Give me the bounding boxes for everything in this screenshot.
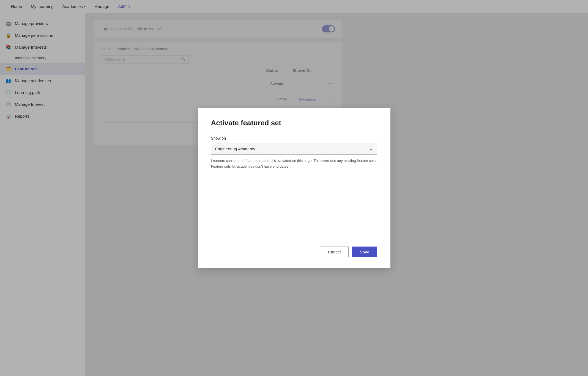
academy-select[interactable]: Engineering Academy ⌄ — [211, 143, 377, 155]
modal-title: Activate featured set — [211, 119, 377, 127]
cancel-button[interactable]: Cancel — [320, 247, 349, 257]
show-on-label: Show on — [211, 136, 377, 140]
modal: Activate featured set Show on Engineerin… — [198, 108, 390, 268]
modal-description: Learners can see the feature set after i… — [211, 158, 377, 170]
chevron-down-icon: ⌄ — [369, 146, 373, 152]
modal-footer: Cancel Save — [211, 247, 377, 257]
save-button[interactable]: Save — [352, 247, 377, 257]
modal-overlay: Activate featured set Show on Engineerin… — [0, 0, 588, 376]
academy-select-value: Engineering Academy — [215, 146, 255, 151]
